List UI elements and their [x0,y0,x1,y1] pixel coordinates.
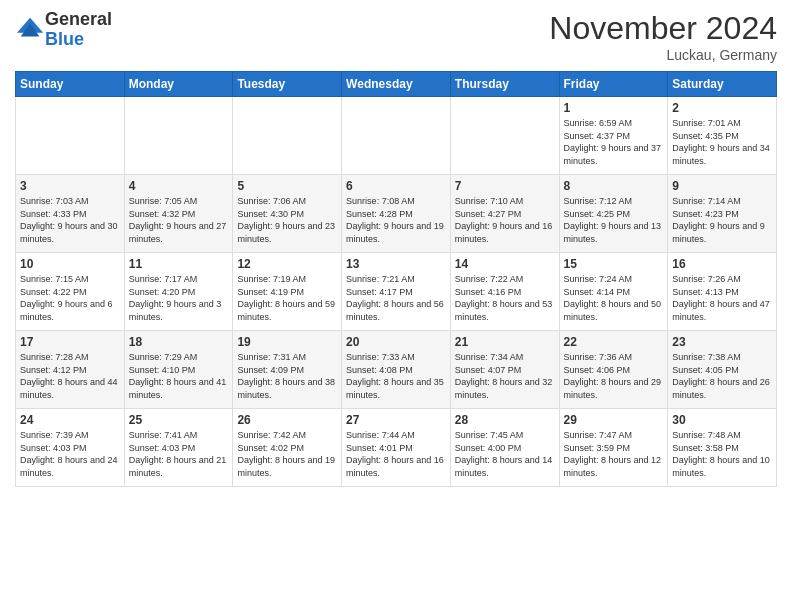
day-number: 10 [20,257,120,271]
calendar-week-row: 3Sunrise: 7:03 AMSunset: 4:33 PMDaylight… [16,175,777,253]
day-number: 30 [672,413,772,427]
day-info: Sunrise: 6:59 AMSunset: 4:37 PMDaylight:… [564,117,664,167]
day-info: Sunrise: 7:38 AMSunset: 4:05 PMDaylight:… [672,351,772,401]
weekday-header: Monday [124,72,233,97]
day-info: Sunrise: 7:06 AMSunset: 4:30 PMDaylight:… [237,195,337,245]
day-info: Sunrise: 7:31 AMSunset: 4:09 PMDaylight:… [237,351,337,401]
day-number: 4 [129,179,229,193]
calendar-cell: 30Sunrise: 7:48 AMSunset: 3:58 PMDayligh… [668,409,777,487]
calendar-cell: 13Sunrise: 7:21 AMSunset: 4:17 PMDayligh… [342,253,451,331]
day-info: Sunrise: 7:36 AMSunset: 4:06 PMDaylight:… [564,351,664,401]
day-info: Sunrise: 7:05 AMSunset: 4:32 PMDaylight:… [129,195,229,245]
day-number: 18 [129,335,229,349]
calendar-week-row: 17Sunrise: 7:28 AMSunset: 4:12 PMDayligh… [16,331,777,409]
day-number: 25 [129,413,229,427]
day-info: Sunrise: 7:33 AMSunset: 4:08 PMDaylight:… [346,351,446,401]
calendar-cell: 11Sunrise: 7:17 AMSunset: 4:20 PMDayligh… [124,253,233,331]
calendar-cell: 21Sunrise: 7:34 AMSunset: 4:07 PMDayligh… [450,331,559,409]
calendar-cell: 10Sunrise: 7:15 AMSunset: 4:22 PMDayligh… [16,253,125,331]
day-info: Sunrise: 7:14 AMSunset: 4:23 PMDaylight:… [672,195,772,245]
day-number: 16 [672,257,772,271]
calendar-cell: 26Sunrise: 7:42 AMSunset: 4:02 PMDayligh… [233,409,342,487]
day-info: Sunrise: 7:45 AMSunset: 4:00 PMDaylight:… [455,429,555,479]
day-number: 22 [564,335,664,349]
day-number: 5 [237,179,337,193]
day-number: 12 [237,257,337,271]
calendar-cell [450,97,559,175]
calendar-cell: 28Sunrise: 7:45 AMSunset: 4:00 PMDayligh… [450,409,559,487]
calendar-cell: 17Sunrise: 7:28 AMSunset: 4:12 PMDayligh… [16,331,125,409]
calendar-cell: 5Sunrise: 7:06 AMSunset: 4:30 PMDaylight… [233,175,342,253]
day-number: 15 [564,257,664,271]
day-info: Sunrise: 7:29 AMSunset: 4:10 PMDaylight:… [129,351,229,401]
day-info: Sunrise: 7:15 AMSunset: 4:22 PMDaylight:… [20,273,120,323]
month-title: November 2024 [549,10,777,47]
calendar-cell [124,97,233,175]
day-number: 6 [346,179,446,193]
title-block: November 2024 Luckau, Germany [549,10,777,63]
weekday-header: Tuesday [233,72,342,97]
calendar-cell: 18Sunrise: 7:29 AMSunset: 4:10 PMDayligh… [124,331,233,409]
logo-text: General Blue [45,10,112,50]
calendar-cell: 29Sunrise: 7:47 AMSunset: 3:59 PMDayligh… [559,409,668,487]
day-info: Sunrise: 7:47 AMSunset: 3:59 PMDaylight:… [564,429,664,479]
day-number: 8 [564,179,664,193]
calendar-cell: 24Sunrise: 7:39 AMSunset: 4:03 PMDayligh… [16,409,125,487]
weekday-header: Saturday [668,72,777,97]
day-info: Sunrise: 7:48 AMSunset: 3:58 PMDaylight:… [672,429,772,479]
day-info: Sunrise: 7:39 AMSunset: 4:03 PMDaylight:… [20,429,120,479]
calendar-cell: 27Sunrise: 7:44 AMSunset: 4:01 PMDayligh… [342,409,451,487]
day-number: 29 [564,413,664,427]
logo-icon [17,16,45,44]
day-number: 24 [20,413,120,427]
day-info: Sunrise: 7:26 AMSunset: 4:13 PMDaylight:… [672,273,772,323]
calendar-cell: 12Sunrise: 7:19 AMSunset: 4:19 PMDayligh… [233,253,342,331]
day-info: Sunrise: 7:22 AMSunset: 4:16 PMDaylight:… [455,273,555,323]
calendar-cell [233,97,342,175]
calendar-cell: 3Sunrise: 7:03 AMSunset: 4:33 PMDaylight… [16,175,125,253]
calendar-cell: 19Sunrise: 7:31 AMSunset: 4:09 PMDayligh… [233,331,342,409]
day-number: 28 [455,413,555,427]
day-info: Sunrise: 7:03 AMSunset: 4:33 PMDaylight:… [20,195,120,245]
location: Luckau, Germany [549,47,777,63]
calendar-cell: 9Sunrise: 7:14 AMSunset: 4:23 PMDaylight… [668,175,777,253]
day-number: 27 [346,413,446,427]
day-info: Sunrise: 7:34 AMSunset: 4:07 PMDaylight:… [455,351,555,401]
day-info: Sunrise: 7:10 AMSunset: 4:27 PMDaylight:… [455,195,555,245]
day-number: 14 [455,257,555,271]
day-number: 9 [672,179,772,193]
day-number: 23 [672,335,772,349]
day-number: 17 [20,335,120,349]
day-number: 11 [129,257,229,271]
day-number: 1 [564,101,664,115]
calendar-week-row: 10Sunrise: 7:15 AMSunset: 4:22 PMDayligh… [16,253,777,331]
calendar-cell: 25Sunrise: 7:41 AMSunset: 4:03 PMDayligh… [124,409,233,487]
day-info: Sunrise: 7:28 AMSunset: 4:12 PMDaylight:… [20,351,120,401]
day-info: Sunrise: 7:44 AMSunset: 4:01 PMDaylight:… [346,429,446,479]
day-number: 20 [346,335,446,349]
calendar-cell: 15Sunrise: 7:24 AMSunset: 4:14 PMDayligh… [559,253,668,331]
day-info: Sunrise: 7:17 AMSunset: 4:20 PMDaylight:… [129,273,229,323]
calendar-table: SundayMondayTuesdayWednesdayThursdayFrid… [15,71,777,487]
calendar-cell: 23Sunrise: 7:38 AMSunset: 4:05 PMDayligh… [668,331,777,409]
day-info: Sunrise: 7:24 AMSunset: 4:14 PMDaylight:… [564,273,664,323]
day-info: Sunrise: 7:41 AMSunset: 4:03 PMDaylight:… [129,429,229,479]
weekday-header: Wednesday [342,72,451,97]
day-number: 26 [237,413,337,427]
calendar-cell: 14Sunrise: 7:22 AMSunset: 4:16 PMDayligh… [450,253,559,331]
calendar-cell: 6Sunrise: 7:08 AMSunset: 4:28 PMDaylight… [342,175,451,253]
logo: General Blue [15,10,112,50]
day-info: Sunrise: 7:08 AMSunset: 4:28 PMDaylight:… [346,195,446,245]
day-info: Sunrise: 7:42 AMSunset: 4:02 PMDaylight:… [237,429,337,479]
day-number: 21 [455,335,555,349]
calendar-week-row: 24Sunrise: 7:39 AMSunset: 4:03 PMDayligh… [16,409,777,487]
day-number: 13 [346,257,446,271]
calendar-cell: 22Sunrise: 7:36 AMSunset: 4:06 PMDayligh… [559,331,668,409]
calendar-cell: 16Sunrise: 7:26 AMSunset: 4:13 PMDayligh… [668,253,777,331]
calendar-week-row: 1Sunrise: 6:59 AMSunset: 4:37 PMDaylight… [16,97,777,175]
page: General Blue November 2024 Luckau, Germa… [0,0,792,612]
calendar-cell: 4Sunrise: 7:05 AMSunset: 4:32 PMDaylight… [124,175,233,253]
calendar-cell: 1Sunrise: 6:59 AMSunset: 4:37 PMDaylight… [559,97,668,175]
weekday-header-row: SundayMondayTuesdayWednesdayThursdayFrid… [16,72,777,97]
day-info: Sunrise: 7:12 AMSunset: 4:25 PMDaylight:… [564,195,664,245]
